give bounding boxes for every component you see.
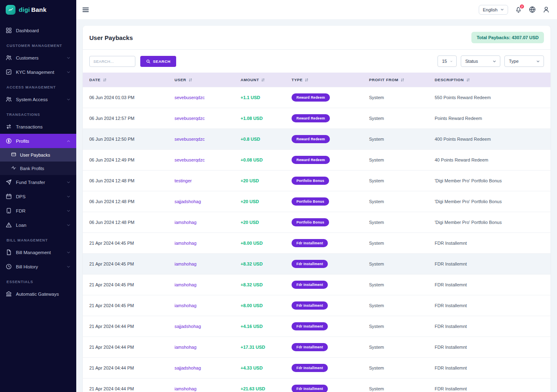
column-header-profit-from[interactable]: PROFIT FROM — [362, 73, 428, 87]
search-input[interactable] — [89, 56, 135, 67]
sidebar-item-loan[interactable]: Loan — [0, 218, 76, 232]
cell-user: sajjadshohag — [168, 316, 234, 337]
sidebar-item-system-access[interactable]: System Access — [0, 92, 76, 106]
per-page-select[interactable]: 15 — [438, 55, 457, 67]
table-row: 21 Apr 2024 04:45 PMiamshohag+8.00 USDFd… — [83, 295, 550, 316]
column-header-user[interactable]: USER — [168, 73, 234, 87]
page-title: User Paybacks — [89, 34, 133, 41]
column-header-type[interactable]: TYPE — [285, 73, 362, 87]
sidebar-item-fund-transfer[interactable]: Fund Transfer — [0, 175, 76, 189]
cell-type: Reward Redeem — [285, 150, 362, 171]
cell-amount: +4.16 USD — [234, 316, 285, 337]
bank-profits-icon — [11, 165, 16, 171]
user-link[interactable]: iamshohag — [175, 345, 197, 350]
cell-amount: +20 USD — [234, 171, 285, 191]
cell-description: 'Digi Member Pro' Portfolio Bonus — [428, 212, 550, 233]
user-link[interactable]: sevebuserqdzc — [175, 116, 205, 121]
cell-profit-from: System — [362, 212, 428, 233]
brand[interactable]: digiBank — [0, 0, 76, 19]
user-link[interactable]: iamshohag — [175, 241, 197, 246]
sidebar-subitem-user-paybacks[interactable]: User Paybacks — [0, 148, 76, 162]
user-link[interactable]: sajjadshohag — [175, 365, 201, 370]
cell-description: FDR Installemnt — [428, 275, 550, 295]
table-row: 21 Apr 2024 04:44 PMsajjadshohag+4.33 US… — [83, 358, 550, 379]
user-link[interactable]: iamshohag — [175, 220, 197, 225]
cell-profit-from: System — [362, 254, 428, 275]
fund-transfer-icon — [6, 179, 12, 185]
sidebar-item-label: Transactions — [16, 124, 42, 129]
sidebar-item-customers[interactable]: Customers — [0, 51, 76, 65]
language-select[interactable]: English — [479, 5, 508, 15]
search-button[interactable]: SEARCH — [140, 56, 176, 67]
cell-type: Portfolio Bonus — [285, 212, 362, 233]
cell-type: Fdr Installment — [285, 275, 362, 295]
notifications-button[interactable]: 7 — [515, 6, 522, 13]
type-badge: Fdr Installment — [292, 385, 328, 392]
cell-amount: +21.63 USD — [234, 379, 285, 392]
type-badge: Fdr Installment — [292, 281, 328, 289]
column-header-description[interactable]: DESCRIPTION — [428, 73, 550, 87]
chevron-down-icon — [66, 180, 71, 184]
user-link[interactable]: sevebuserqdzc — [175, 95, 205, 100]
column-header-date[interactable]: DATE — [83, 73, 168, 87]
sidebar-item-dps[interactable]: DPS — [0, 189, 76, 204]
website-button[interactable] — [529, 6, 536, 13]
sidebar-item-kyc-management[interactable]: KYC Management — [0, 65, 76, 79]
type-filter-select[interactable]: Type — [504, 55, 544, 67]
sidebar-item-label: Customers — [16, 55, 39, 60]
bill-history-icon — [6, 264, 12, 270]
sidebar-item-label: Loan — [16, 223, 27, 228]
user-link[interactable]: iamshohag — [175, 282, 197, 287]
cell-date: 21 Apr 2024 04:45 PM — [83, 233, 168, 254]
sidebar-subitem-bank-profits[interactable]: Bank Profits — [0, 162, 76, 175]
user-link[interactable]: iamshohag — [175, 386, 197, 391]
user-link[interactable]: sajjadshohag — [175, 199, 201, 204]
sort-icon — [188, 78, 192, 82]
payback-icon — [11, 152, 16, 158]
main-area: English 7 User Paybacks Tota — [76, 0, 557, 392]
cell-amount: +8.00 USD — [234, 295, 285, 316]
chevron-down-icon — [66, 209, 71, 213]
sidebar-item-label: Bill History — [16, 264, 38, 269]
sidebar-item-bill-management[interactable]: Bill Management — [0, 245, 76, 259]
cell-description: FDR Installemnt — [428, 316, 550, 337]
sidebar-item-label: Dashboard — [16, 28, 39, 33]
menu-toggle-button[interactable] — [82, 6, 89, 13]
chevron-down-icon — [66, 265, 71, 269]
status-filter-select[interactable]: Status — [461, 55, 500, 67]
sidebar-item-profits[interactable]: Profits — [0, 134, 76, 148]
type-badge: Reward Redeem — [292, 135, 330, 143]
gateways-icon — [6, 291, 12, 297]
sidebar-item-automatic-gateways[interactable]: Automatic Gateways — [0, 287, 76, 301]
user-link[interactable]: sevebuserqdzc — [175, 157, 205, 162]
user-link[interactable]: testinger — [175, 178, 192, 183]
app-root: digiBank DashboardCUSTOMER MANAGEMENTCus… — [0, 0, 557, 392]
cell-profit-from: System — [362, 379, 428, 392]
language-select-value: English — [483, 7, 497, 12]
user-link[interactable]: iamshohag — [175, 303, 197, 308]
cell-description: 'Digi Member Pro' Portfolio Bonus — [428, 171, 550, 191]
cell-profit-from: System — [362, 108, 428, 129]
user-link[interactable]: iamshohag — [175, 261, 197, 266]
sidebar-item-label: DPS — [16, 194, 26, 199]
cell-type: Fdr Installment — [285, 379, 362, 392]
profile-button[interactable] — [543, 6, 550, 13]
sidebar-item-transactions[interactable]: Transactions — [0, 120, 76, 134]
sidebar-item-bill-history[interactable]: Bill History — [0, 259, 76, 274]
sort-icon — [400, 78, 404, 82]
cell-description: Points Reward Redeem — [428, 108, 550, 129]
cell-description: 400 Points Reward Redeem — [428, 129, 550, 150]
person-icon — [543, 6, 550, 13]
sort-icon — [103, 78, 107, 82]
sidebar-item-fdr[interactable]: FDR — [0, 204, 76, 218]
user-link[interactable]: sajjadshohag — [175, 324, 201, 329]
type-filter-value: Type — [509, 59, 519, 64]
cell-type: Portfolio Bonus — [285, 171, 362, 191]
cell-description: FDR Installemnt — [428, 295, 550, 316]
cell-type: Reward Redeem — [285, 129, 362, 150]
sort-icon — [305, 78, 309, 82]
table-row: 06 Jun 2024 12:57 PMsevebuserqdzc+1.08 U… — [83, 108, 550, 129]
sidebar-item-dashboard[interactable]: Dashboard — [0, 23, 76, 38]
column-header-amount[interactable]: AMOUNT — [234, 73, 285, 87]
user-link[interactable]: sevebuserqdzc — [175, 137, 205, 142]
